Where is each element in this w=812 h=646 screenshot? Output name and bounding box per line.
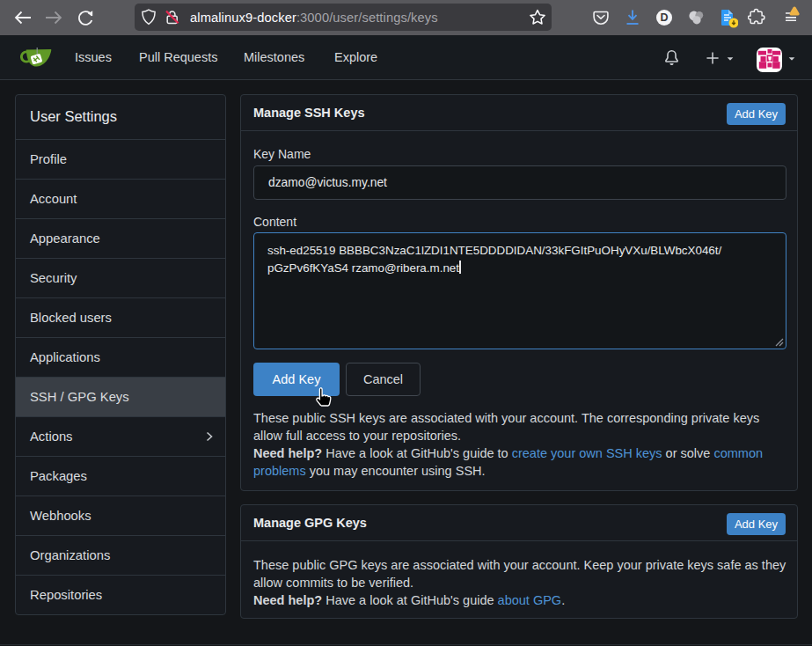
svg-text:D: D <box>660 11 668 24</box>
